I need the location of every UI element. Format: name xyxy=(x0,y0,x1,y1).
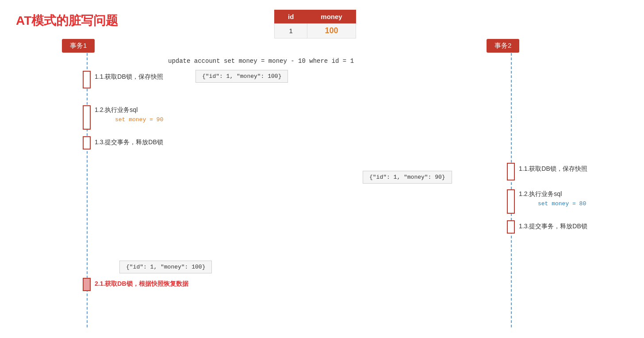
tx2-step3-block xyxy=(507,220,515,234)
tx1-step1-json: {"id": 1, "money": 100} xyxy=(196,70,288,83)
db-table-cell-id: 1 xyxy=(275,23,307,38)
rollback-label: 2.1.获取DB锁，根据快照恢复数据 xyxy=(95,280,188,288)
db-table-cell-money: 100 xyxy=(307,23,356,38)
rollback-json: {"id": 1, "money": 100} xyxy=(119,261,212,273)
tx2-step2-code: set money = 80 xyxy=(538,200,586,207)
tx2-step1-label: 1.1.获取DB锁，保存快照 xyxy=(519,165,587,173)
tx1-step2-label: 1.2.执行业务sql xyxy=(95,106,138,114)
tx2-step2-block xyxy=(507,189,515,214)
tx1-label: 事务1 xyxy=(62,39,95,53)
db-table: id money 1 100 xyxy=(274,10,356,38)
db-table-header-id: id xyxy=(275,10,307,23)
rollback-step-block xyxy=(83,278,91,291)
db-table-header-money: money xyxy=(307,10,356,23)
sql-statement: update account set money = money - 10 wh… xyxy=(168,58,354,65)
page-title: AT模式的脏写问题 xyxy=(16,12,118,29)
tx2-step2-label: 1.2.执行业务sql xyxy=(519,190,562,198)
tx2-step1-block xyxy=(507,163,515,181)
tx2-label: 事务2 xyxy=(487,39,519,53)
tx1-step3-label: 1.3.提交事务，释放DB锁 xyxy=(95,138,163,146)
tx1-step1-label: 1.1.获取DB锁，保存快照 xyxy=(95,73,163,81)
tx1-step2-block xyxy=(83,105,91,130)
tx1-step1-block xyxy=(83,71,91,88)
tx2-step1-json: {"id": 1, "money": 90} xyxy=(363,171,452,184)
tx1-step3-block xyxy=(83,136,91,150)
tx1-step2-code: set money = 90 xyxy=(115,116,163,123)
tx2-step3-label: 1.3.提交事务，释放DB锁 xyxy=(519,223,587,230)
